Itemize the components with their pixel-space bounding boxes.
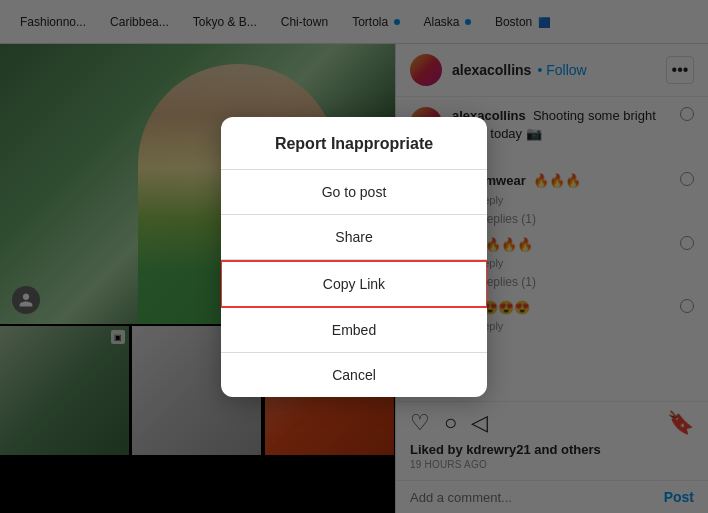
modal-item-embed[interactable]: Embed (221, 308, 487, 353)
modal-title: Report Inappropriate (221, 117, 487, 170)
modal-item-cancel[interactable]: Cancel (221, 353, 487, 397)
modal-overlay[interactable]: Report Inappropriate Go to post Share Co… (0, 0, 708, 513)
modal-item-go-to-post[interactable]: Go to post (221, 170, 487, 215)
modal-dialog: Report Inappropriate Go to post Share Co… (221, 117, 487, 397)
modal-item-share[interactable]: Share (221, 215, 487, 260)
modal-item-copy-link[interactable]: Copy Link (221, 260, 487, 308)
